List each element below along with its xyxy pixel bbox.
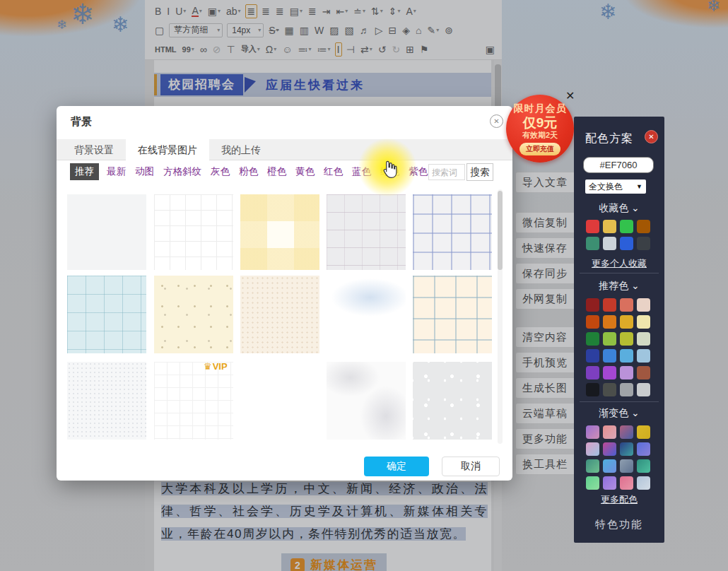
recommended-swatch[interactable] bbox=[586, 366, 599, 379]
background-thumbnail[interactable] bbox=[413, 276, 492, 353]
dialog-close-button[interactable]: ✕ bbox=[490, 114, 503, 128]
promo-recharge-button[interactable]: 立即充值 bbox=[519, 143, 560, 155]
recommended-swatch[interactable] bbox=[603, 332, 616, 346]
chevron-down-icon: ▼ bbox=[636, 183, 642, 190]
recommended-swatch[interactable] bbox=[620, 315, 633, 329]
favorite-swatch[interactable] bbox=[586, 237, 599, 250]
gradient-swatch[interactable] bbox=[603, 459, 616, 473]
panel-title: 配色方案 bbox=[585, 131, 633, 146]
recommended-swatch[interactable] bbox=[637, 349, 650, 363]
category-方格斜纹[interactable]: 方格斜纹 bbox=[163, 165, 201, 178]
favorite-swatch[interactable] bbox=[603, 220, 616, 233]
background-thumbnail[interactable] bbox=[327, 362, 406, 440]
dialog-scrollbar-thumb[interactable] bbox=[498, 191, 503, 270]
recommended-swatch[interactable] bbox=[620, 298, 633, 312]
background-thumbnail[interactable] bbox=[240, 276, 319, 353]
category-蓝色[interactable]: 蓝色 bbox=[352, 165, 371, 178]
recommended-swatch[interactable] bbox=[620, 383, 633, 396]
gradient-swatch[interactable] bbox=[637, 476, 650, 490]
recommended-swatch[interactable] bbox=[586, 332, 599, 346]
hex-color-input[interactable] bbox=[583, 157, 654, 173]
background-thumbnail[interactable] bbox=[154, 362, 233, 440]
category-粉色[interactable]: 粉色 bbox=[239, 165, 258, 178]
gradient-swatch[interactable] bbox=[586, 425, 599, 439]
background-thumbnail[interactable] bbox=[67, 276, 146, 353]
panel-divider-2 bbox=[580, 401, 659, 402]
category-黄色[interactable]: 黄色 bbox=[295, 165, 315, 178]
background-thumbnail[interactable] bbox=[413, 194, 492, 270]
gradient-swatch[interactable] bbox=[620, 425, 633, 439]
confirm-button[interactable]: 确定 bbox=[364, 457, 429, 476]
category-红色[interactable]: 红色 bbox=[324, 165, 343, 178]
category-最新[interactable]: 最新 bbox=[107, 165, 126, 178]
favorite-swatch[interactable] bbox=[620, 237, 633, 250]
background-thumbnail[interactable] bbox=[67, 194, 146, 270]
recommended-swatch[interactable] bbox=[637, 332, 650, 346]
background-thumbnail[interactable] bbox=[327, 276, 406, 353]
recommended-section-label[interactable]: 推荐色 ⌄ bbox=[574, 280, 664, 293]
dialog-scrollbar[interactable] bbox=[498, 189, 503, 444]
favorite-swatch[interactable] bbox=[603, 237, 616, 250]
background-thumbnail[interactable] bbox=[240, 362, 319, 440]
membership-promo-badge[interactable]: 限时月会员 仅9元 有效期2天 立即充值 bbox=[506, 95, 574, 163]
favorite-swatch[interactable] bbox=[637, 237, 650, 250]
category-紫色[interactable]: 紫色 bbox=[409, 165, 428, 178]
recommended-swatch[interactable] bbox=[586, 298, 599, 312]
favorite-swatch[interactable] bbox=[637, 220, 650, 233]
gradient-swatch[interactable] bbox=[586, 459, 599, 473]
recommended-swatch[interactable] bbox=[603, 366, 616, 379]
tab-背景设置[interactable]: 背景设置 bbox=[62, 139, 126, 160]
more-personal-favorites-link[interactable]: 更多个人收藏 bbox=[574, 257, 664, 270]
recommended-swatch[interactable] bbox=[620, 366, 633, 379]
gradient-swatch[interactable] bbox=[637, 442, 650, 456]
gradients-section-label[interactable]: 渐变色 ⌄ bbox=[574, 407, 664, 420]
gradient-swatch[interactable] bbox=[603, 476, 616, 490]
recommended-swatch[interactable] bbox=[620, 332, 633, 346]
promo-close-icon[interactable]: ✕ bbox=[565, 90, 575, 102]
recommended-swatch[interactable] bbox=[637, 383, 650, 396]
gradient-swatch[interactable] bbox=[620, 442, 633, 456]
tab-我的上传[interactable]: 我的上传 bbox=[209, 139, 273, 160]
favorite-swatch[interactable] bbox=[586, 220, 599, 233]
favorites-section-label[interactable]: 收藏色 ⌄ bbox=[574, 202, 664, 215]
favorite-swatch[interactable] bbox=[620, 220, 633, 233]
gradient-swatch[interactable] bbox=[620, 476, 633, 490]
gradient-swatch[interactable] bbox=[620, 459, 633, 473]
recommended-swatch[interactable] bbox=[637, 315, 650, 329]
recommended-swatch[interactable] bbox=[586, 349, 599, 363]
gradient-swatch[interactable] bbox=[603, 442, 616, 456]
recommended-swatch[interactable] bbox=[603, 383, 616, 396]
gradient-swatch[interactable] bbox=[637, 425, 650, 439]
category-橙色[interactable]: 橙色 bbox=[267, 165, 286, 178]
category-灰色[interactable]: 灰色 bbox=[211, 165, 230, 178]
recommended-swatch[interactable] bbox=[603, 315, 616, 329]
search-button[interactable]: 搜索 bbox=[466, 163, 493, 181]
gradient-swatch[interactable] bbox=[603, 425, 616, 439]
recommended-swatch[interactable] bbox=[620, 349, 633, 363]
background-thumbnail[interactable] bbox=[67, 362, 146, 440]
search-input[interactable] bbox=[428, 164, 465, 180]
gradient-swatch[interactable] bbox=[586, 476, 599, 490]
promo-line2: 仅9元 bbox=[523, 115, 558, 130]
background-thumbnail[interactable] bbox=[413, 362, 492, 440]
background-thumbnail[interactable] bbox=[154, 194, 233, 270]
background-thumbnail[interactable] bbox=[154, 276, 233, 353]
category-动图[interactable]: 动图 bbox=[135, 165, 154, 178]
dialog-title: 背景 bbox=[71, 115, 92, 129]
gradient-swatch[interactable] bbox=[586, 442, 599, 456]
recommended-swatch[interactable] bbox=[603, 298, 616, 312]
cancel-button[interactable]: 取消 bbox=[442, 457, 500, 476]
recommended-swatch[interactable] bbox=[603, 349, 616, 363]
more-colors-link[interactable]: 更多配色 bbox=[574, 493, 664, 506]
gradient-swatch[interactable] bbox=[637, 459, 650, 473]
recommended-swatch[interactable] bbox=[637, 298, 650, 312]
tab-在线背景图片[interactable]: 在线背景图片 bbox=[126, 139, 209, 161]
recolor-scope-select[interactable]: 全文换色 ▼ bbox=[585, 179, 646, 194]
category-推荐[interactable]: 推荐 bbox=[70, 163, 99, 180]
recommended-swatch[interactable] bbox=[586, 315, 599, 329]
background-thumbnail[interactable] bbox=[240, 194, 319, 270]
panel-close-button[interactable]: ✕ bbox=[645, 130, 658, 143]
recommended-swatch[interactable] bbox=[637, 366, 650, 379]
recommended-swatch[interactable] bbox=[586, 383, 599, 396]
background-thumbnail[interactable] bbox=[327, 194, 406, 270]
